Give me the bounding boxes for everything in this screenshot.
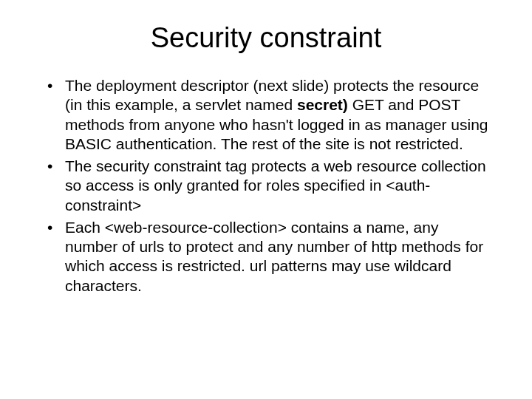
slide: Security constraint The deployment descr… [0,0,532,399]
bullet-item: Each <web-resource-collection> contains … [44,218,495,296]
bullet-item: The security constraint tag protects a w… [44,157,495,215]
bullet-list: The deployment descriptor (next slide) p… [44,76,495,296]
bullet-text-pre: Each <web-resource-collection> contains … [65,219,483,294]
bullet-text-bold: secret) [297,96,348,113]
bullet-text-pre: The security constraint tag protects a w… [65,157,486,214]
bullet-item: The deployment descriptor (next slide) p… [44,76,495,154]
slide-title: Security constraint [30,22,502,54]
